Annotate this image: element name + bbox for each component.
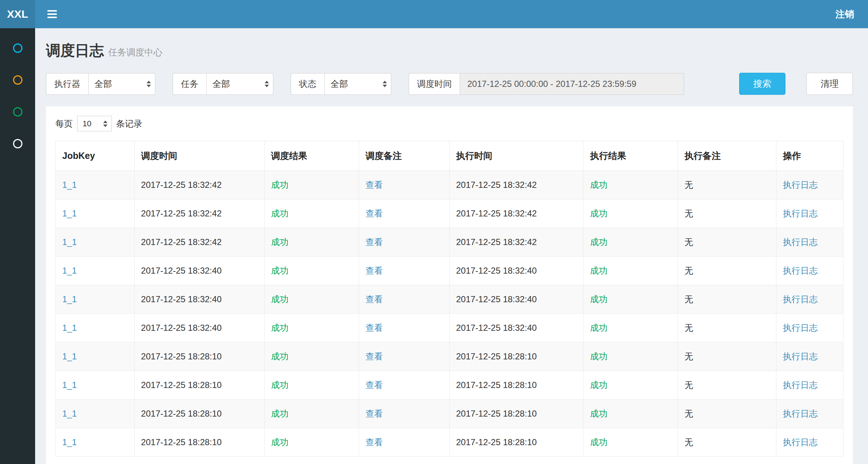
- sched-remark-link[interactable]: 查看: [366, 237, 383, 247]
- table-row: 1_12017-12-25 18:28:10成功查看2017-12-25 18:…: [56, 400, 843, 428]
- app-logo[interactable]: XXL: [0, 0, 35, 28]
- jobkey-link[interactable]: 1_1: [62, 409, 77, 418]
- job-filter: 任务 全部: [173, 73, 273, 95]
- sched-time-cell: 2017-12-25 18:32:40: [134, 285, 264, 314]
- time-filter: 调度时间: [409, 73, 684, 95]
- exec-result-cell: 成功: [583, 228, 678, 257]
- search-button[interactable]: 搜索: [739, 73, 785, 95]
- exec-log-link[interactable]: 执行日志: [783, 380, 818, 390]
- executor-filter-select[interactable]: 全部: [88, 73, 155, 95]
- sched-time-cell: 2017-12-25 18:32:42: [134, 228, 264, 257]
- sched-remark-link-cell: 查看: [359, 199, 449, 228]
- sched-remark-link-cell: 查看: [359, 400, 449, 428]
- sched-result-cell: 成功: [264, 314, 359, 342]
- column-header: 调度备注: [359, 141, 449, 171]
- sidebar-item-4[interactable]: [0, 132, 35, 155]
- sidebar-toggle-icon[interactable]: [35, 10, 69, 18]
- jobkey-link-cell: 1_1: [56, 400, 135, 428]
- sched-time-cell: 2017-12-25 18:28:10: [134, 428, 264, 457]
- sched-remark-link-cell: 查看: [359, 371, 449, 400]
- exec-log-link-cell: 执行日志: [776, 371, 843, 400]
- jobkey-link-cell: 1_1: [56, 314, 135, 342]
- exec-log-link[interactable]: 执行日志: [783, 266, 818, 275]
- exec-time-cell: 2017-12-25 18:28:10: [449, 400, 583, 428]
- exec-result-cell: 成功: [583, 199, 678, 228]
- exec-remark-cell: 无: [678, 171, 776, 199]
- sched-remark-link[interactable]: 查看: [366, 266, 383, 275]
- sched-time-cell: 2017-12-25 18:32:42: [134, 171, 264, 199]
- circle-icon: [13, 43, 22, 53]
- exec-log-link-cell: 执行日志: [776, 342, 843, 371]
- exec-log-link-cell: 执行日志: [776, 171, 843, 199]
- circle-icon: [13, 75, 22, 85]
- exec-log-link[interactable]: 执行日志: [783, 437, 818, 447]
- jobkey-link-cell: 1_1: [56, 228, 135, 257]
- sched-remark-link-cell: 查看: [359, 257, 449, 285]
- sched-time-cell: 2017-12-25 18:32:40: [134, 257, 264, 285]
- exec-log-link[interactable]: 执行日志: [783, 294, 818, 304]
- jobkey-link[interactable]: 1_1: [62, 437, 77, 447]
- jobkey-link-cell: 1_1: [56, 428, 135, 457]
- status-filter: 状态 全部: [291, 73, 391, 95]
- job-filter-select[interactable]: 全部: [206, 73, 273, 95]
- table-row: 1_12017-12-25 18:32:42成功查看2017-12-25 18:…: [56, 171, 843, 199]
- sched-remark-link[interactable]: 查看: [366, 323, 383, 333]
- sched-remark-link-cell: 查看: [359, 228, 449, 257]
- sched-remark-link[interactable]: 查看: [366, 437, 383, 447]
- exec-log-link[interactable]: 执行日志: [783, 237, 818, 247]
- jobkey-link[interactable]: 1_1: [62, 266, 77, 275]
- exec-remark-cell: 无: [678, 342, 776, 371]
- page-subtitle: 任务调度中心: [108, 47, 163, 57]
- jobkey-link[interactable]: 1_1: [62, 294, 77, 304]
- top-navbar: XXL 注销: [0, 0, 868, 28]
- jobkey-link[interactable]: 1_1: [62, 208, 77, 218]
- jobkey-link-cell: 1_1: [56, 257, 135, 285]
- jobkey-link[interactable]: 1_1: [62, 323, 77, 333]
- jobkey-link[interactable]: 1_1: [62, 351, 77, 361]
- jobkey-link[interactable]: 1_1: [62, 180, 77, 190]
- exec-log-link[interactable]: 执行日志: [783, 409, 818, 418]
- exec-time-cell: 2017-12-25 18:32:42: [449, 171, 583, 199]
- sched-remark-link[interactable]: 查看: [366, 208, 383, 218]
- column-header: 执行备注: [678, 141, 776, 171]
- sched-remark-link[interactable]: 查看: [366, 409, 383, 418]
- sidebar-item-3[interactable]: [0, 101, 35, 123]
- exec-log-link[interactable]: 执行日志: [783, 351, 818, 361]
- sidebar-item-1[interactable]: [0, 37, 35, 59]
- exec-log-link-cell: 执行日志: [776, 257, 843, 285]
- sched-result-cell: 成功: [264, 285, 359, 314]
- sched-time-cell: 2017-12-25 18:32:40: [134, 314, 264, 342]
- jobkey-link-cell: 1_1: [56, 342, 135, 371]
- exec-log-link[interactable]: 执行日志: [783, 208, 818, 218]
- exec-log-link-cell: 执行日志: [776, 314, 843, 342]
- exec-log-link[interactable]: 执行日志: [783, 323, 818, 333]
- clear-button[interactable]: 清理: [806, 73, 853, 95]
- column-header: 调度结果: [264, 141, 359, 171]
- status-filter-select[interactable]: 全部: [324, 73, 391, 95]
- column-header: 操作: [776, 141, 843, 171]
- page-size-select[interactable]: 10: [77, 116, 112, 131]
- sched-remark-link[interactable]: 查看: [366, 180, 383, 190]
- sched-remark-link-cell: 查看: [359, 285, 449, 314]
- job-filter-label: 任务: [173, 73, 206, 95]
- sched-remark-link[interactable]: 查看: [366, 351, 383, 361]
- time-range-input[interactable]: [460, 73, 684, 95]
- table-row: 1_12017-12-25 18:28:10成功查看2017-12-25 18:…: [56, 342, 843, 371]
- logout-link[interactable]: 注销: [835, 8, 868, 21]
- sched-remark-link[interactable]: 查看: [366, 380, 383, 390]
- exec-remark-cell: 无: [678, 257, 776, 285]
- sched-result-cell: 成功: [264, 400, 359, 428]
- exec-time-cell: 2017-12-25 18:28:10: [449, 342, 583, 371]
- jobkey-link[interactable]: 1_1: [62, 380, 77, 390]
- circle-icon: [13, 139, 22, 148]
- main-content: 调度日志任务调度中心 执行器 全部 任务 全部: [35, 28, 868, 464]
- exec-time-cell: 2017-12-25 18:28:10: [449, 428, 583, 457]
- executor-filter: 执行器 全部: [46, 73, 155, 95]
- sched-remark-link[interactable]: 查看: [366, 294, 383, 304]
- exec-log-link[interactable]: 执行日志: [783, 180, 818, 190]
- table-row: 1_12017-12-25 18:32:40成功查看2017-12-25 18:…: [56, 285, 843, 314]
- jobkey-link[interactable]: 1_1: [62, 237, 77, 247]
- table-header-row: JobKey调度时间调度结果调度备注执行时间执行结果执行备注操作: [56, 141, 843, 171]
- sidebar-item-2[interactable]: [0, 69, 35, 91]
- sched-result-cell: 成功: [264, 257, 359, 285]
